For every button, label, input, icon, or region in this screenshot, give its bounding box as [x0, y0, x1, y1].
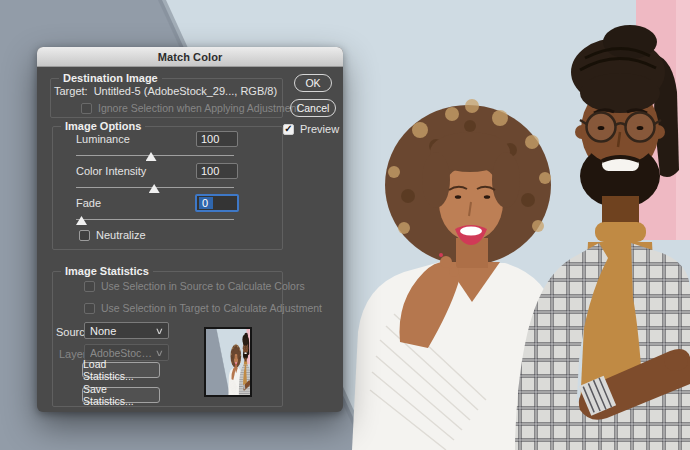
dialog-title: Match Color — [158, 51, 223, 63]
fade-value-field[interactable]: 0 — [195, 194, 239, 212]
image-statistics-group: Image Statistics Use Selection in Source… — [52, 271, 283, 407]
color-intensity-label-row: Color Intensity — [76, 165, 146, 177]
fade-slider[interactable] — [76, 218, 234, 228]
color-intensity-slider-thumb[interactable] — [149, 184, 160, 193]
screen: Match Color Destination Image Target: Un… — [0, 0, 690, 450]
neutralize-checkbox[interactable] — [79, 230, 90, 241]
destination-image-group: Destination Image Target: Untitled-5 (Ad… — [50, 78, 283, 118]
preview-row[interactable]: ✓ Preview — [283, 123, 339, 135]
use-source-row: Use Selection in Source to Calculate Col… — [84, 280, 305, 292]
chevron-down-icon: ∨ — [155, 326, 164, 336]
fade-value-selected-text: 0 — [199, 197, 213, 209]
neutralize-label: Neutralize — [96, 229, 146, 241]
luminance-slider-thumb[interactable] — [146, 152, 157, 161]
luminance-label-row: Luminance — [76, 133, 130, 145]
check-icon: ✓ — [284, 124, 292, 134]
target-value: Untitled-5 (AdobeStock_29..., RGB/8) — [94, 85, 277, 97]
use-target-label: Use Selection in Target to Calculate Adj… — [101, 302, 322, 314]
use-target-checkbox — [84, 303, 95, 314]
preview-checkbox[interactable]: ✓ — [283, 124, 294, 135]
neutralize-row[interactable]: Neutralize — [79, 229, 146, 241]
source-dropdown-value: None — [90, 325, 152, 337]
luminance-value-field[interactable]: 100 — [196, 131, 238, 147]
ignore-selection-label: Ignore Selection when Applying Adjustmen… — [98, 102, 299, 114]
luminance-label: Luminance — [76, 133, 130, 145]
fade-label-row: Fade — [76, 197, 101, 209]
ignore-selection-row: Ignore Selection when Applying Adjustmen… — [81, 102, 299, 114]
load-statistics-button[interactable]: Load Statistics... — [82, 362, 160, 378]
source-image-thumbnail — [204, 327, 252, 397]
chevron-down-icon-disabled: ∨ — [155, 348, 164, 358]
use-source-label: Use Selection in Source to Calculate Col… — [101, 280, 305, 292]
color-intensity-value-field[interactable]: 100 — [196, 163, 238, 179]
ignore-selection-checkbox — [81, 103, 92, 114]
fade-slider-thumb[interactable] — [76, 216, 87, 225]
destination-image-legend: Destination Image — [59, 72, 162, 84]
fade-slider-track — [76, 219, 234, 220]
match-color-dialog: Match Color Destination Image Target: Un… — [37, 47, 343, 412]
target-row: Target: Untitled-5 (AdobeStock_29..., RG… — [54, 85, 277, 97]
preview-label: Preview — [300, 123, 339, 135]
layer-dropdown-value: AdobeStock_294682... — [90, 347, 152, 359]
cancel-button[interactable]: Cancel — [290, 99, 336, 117]
image-options-group: Image Options Luminance 100 Color Intens… — [52, 126, 283, 250]
source-dropdown[interactable]: None ∨ — [84, 322, 169, 339]
ok-button[interactable]: OK — [294, 74, 332, 92]
save-statistics-button[interactable]: Save Statistics... — [82, 387, 160, 403]
fade-label: Fade — [76, 197, 101, 209]
use-source-checkbox — [84, 281, 95, 292]
luminance-slider-track — [76, 155, 234, 156]
dialog-titlebar[interactable]: Match Color — [37, 47, 343, 67]
color-intensity-label: Color Intensity — [76, 165, 146, 177]
use-target-row: Use Selection in Target to Calculate Adj… — [84, 302, 322, 314]
image-statistics-legend: Image Statistics — [61, 265, 153, 277]
target-label: Target: — [54, 85, 88, 97]
image-options-legend: Image Options — [61, 120, 145, 132]
